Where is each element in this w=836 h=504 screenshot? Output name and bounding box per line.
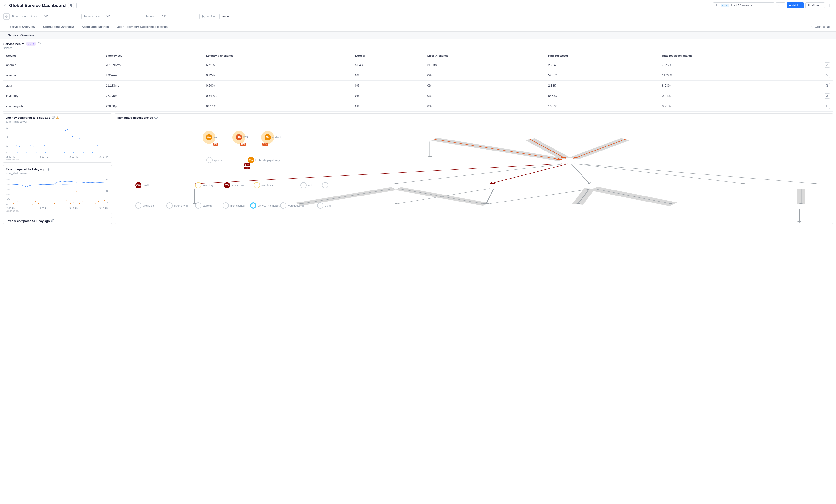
tab-operations-overview[interactable]: Operations: Overview (39, 22, 78, 31)
filter-span-kind[interactable]: server⌄ (219, 14, 260, 19)
svg-point-24 (74, 133, 75, 133)
col-service[interactable]: Service⌃ (3, 52, 103, 60)
col-latency-p50[interactable]: Latency p50 (103, 52, 203, 60)
node-memcached[interactable]: memcached (223, 202, 245, 209)
svg-text:2s: 2s (106, 201, 108, 203)
col-rate-change[interactable]: Rate (ops/sec) change (659, 52, 822, 60)
node-inventory[interactable]: inventory (195, 182, 213, 188)
node-circle: 12% (236, 134, 242, 140)
star-icon[interactable]: ☆ (4, 4, 7, 7)
svg-point-36 (22, 153, 22, 153)
svg-text:0/s: 0/s (5, 203, 8, 206)
filter-kube-app-instance[interactable]: (all)⌄ (41, 14, 82, 19)
node-warehouse-db[interactable]: warehouse-db (280, 202, 305, 209)
node-circle (317, 202, 323, 209)
latency-chart[interactable]: 6s 4s 2s 0 (5, 124, 109, 156)
col-rate[interactable]: Rate (ops/sec) (545, 52, 659, 60)
col-error-change[interactable]: Error % change (424, 52, 545, 60)
svg-point-88 (92, 203, 93, 203)
col-error[interactable]: Error % (352, 52, 424, 60)
table-row[interactable]: auth11.183ms0.64% ↑0%0% 2.38K8.03% ↑⭗ (3, 81, 833, 91)
cell-rate-change: 0.44% ↓ (659, 91, 822, 101)
svg-point-25 (76, 146, 77, 147)
svg-point-79 (64, 203, 64, 205)
node-profile-db[interactable]: profile-db (135, 202, 154, 209)
time-picker[interactable]: ⏸ LIVE Last 60 minutes ⌄ (713, 2, 774, 8)
table-row[interactable]: android201.596ms6.71% ↓5.54%315.3% ↑236.… (3, 60, 833, 70)
node-gateway[interactable]: 9% krakend-api-gateway (248, 157, 280, 163)
svg-point-16 (51, 146, 52, 146)
svg-line-112 (486, 189, 494, 204)
svg-point-10 (30, 145, 31, 146)
info-icon[interactable]: ⓘ (47, 167, 50, 171)
node-store-server[interactable]: 23% store-server (224, 182, 246, 188)
table-row[interactable]: apache2.959ms0.22% ↓0%0% 525.7411.22% ↑⭗ (3, 70, 833, 81)
node-circle (206, 157, 213, 163)
node-warehouse[interactable]: warehouse (254, 182, 274, 188)
row-chart-button[interactable]: ⭗ (824, 62, 830, 68)
node-web[interactable]: 8% web (206, 134, 218, 140)
node-label: android (272, 136, 281, 139)
node-memcache-db[interactable]: db.type: memcach... (250, 202, 282, 209)
filter-namespace[interactable]: (all)⌄ (103, 14, 144, 19)
info-icon[interactable]: ⓘ (51, 219, 54, 223)
node-label: warehouse-db (288, 204, 305, 207)
updown-icon[interactable]: ⇅ (68, 3, 74, 8)
info-icon[interactable]: ⓘ (52, 116, 55, 120)
node-inventory-db[interactable]: inventory-db (166, 202, 189, 209)
node-circle (135, 202, 141, 209)
row-chart-button[interactable]: ⭗ (824, 83, 830, 88)
nav-next-button[interactable]: › (780, 3, 785, 8)
cell-service: inventory (3, 91, 103, 101)
col-latency-p50-change[interactable]: Latency p50 change (203, 52, 352, 60)
node-apache[interactable]: apache (206, 157, 223, 163)
dependencies-graph[interactable]: 8% web 8% 12% iOS 18% 6% android 11% apa… (115, 122, 833, 224)
svg-point-27 (83, 146, 83, 146)
rate-chart[interactable]: 5K/s 4K/s 3K/s 2K/s 1K/s 0/s 6s 4s 2s (5, 176, 109, 207)
rate-panel-title: Rate compared to 1 day ago (5, 168, 45, 171)
filter-service[interactable]: (all)⌄ (159, 14, 200, 19)
node-profile[interactable]: 45% profile (135, 182, 150, 188)
table-row[interactable]: inventory-db290.38µs61.11% ↓0%0% 160.930… (3, 101, 833, 112)
collapse-all-button[interactable]: ⤡ Collapse all (811, 25, 830, 29)
svg-point-30 (94, 146, 94, 147)
info-icon[interactable]: ⓘ (38, 42, 41, 46)
node-trans[interactable]: trans (317, 202, 330, 209)
svg-point-70 (35, 201, 36, 202)
cell-rate-change: 7.2% ↑ (659, 60, 822, 70)
rate-sub-val: server (20, 172, 27, 175)
node-ios[interactable]: 12% iOS (236, 134, 248, 140)
node-label: apache (214, 159, 223, 161)
node-android[interactable]: 6% android (265, 134, 281, 140)
svg-point-26 (79, 139, 80, 139)
node-extra[interactable] (322, 182, 328, 188)
svg-line-98 (574, 139, 626, 159)
pause-icon[interactable]: ⏸ (713, 3, 719, 8)
chevron-down-icon[interactable]: ⌄ (76, 3, 82, 8)
chevron-down-icon[interactable]: ⌄ (3, 34, 6, 37)
svg-point-41 (45, 152, 46, 153)
error-panel-title: Error % compared to 1 day ago (5, 219, 50, 223)
add-button[interactable]: + Add ⌄ (787, 2, 804, 8)
row-chart-button[interactable]: ⭗ (824, 93, 830, 99)
table-row[interactable]: inventory77.775ms0.64% ↓0%0% 655.570.44%… (3, 91, 833, 101)
gear-icon[interactable]: ⚙ (3, 14, 10, 20)
node-auth[interactable]: auth (301, 182, 313, 188)
row-chart-button[interactable]: ⭗ (824, 104, 830, 109)
node-circle: 45% (135, 182, 141, 188)
nav-prev-button[interactable]: ‹ (776, 3, 780, 8)
tab-service-overview[interactable]: Service: Overview (6, 22, 39, 31)
info-icon[interactable]: ⓘ (154, 116, 157, 120)
node-circle (195, 182, 201, 188)
svg-text:4s: 4s (5, 136, 8, 138)
tab-otel-k8s-metrics[interactable]: Open Telemetry Kubernetes Metrics (113, 22, 171, 31)
row-chart-button[interactable]: ⭗ (824, 73, 830, 78)
kebab-icon[interactable]: ⋮ (826, 3, 832, 8)
node-label: web (213, 136, 218, 139)
node-store-db[interactable]: store-db (195, 202, 212, 209)
cell-error-change: 0% (424, 91, 545, 101)
tab-associated-metrics[interactable]: Associated Metrics (78, 22, 113, 31)
view-button[interactable]: 👁 View ⌄ (805, 2, 825, 8)
svg-text:4s: 4s (106, 190, 108, 192)
cell-p50-change: 6.71% ↓ (203, 60, 352, 70)
